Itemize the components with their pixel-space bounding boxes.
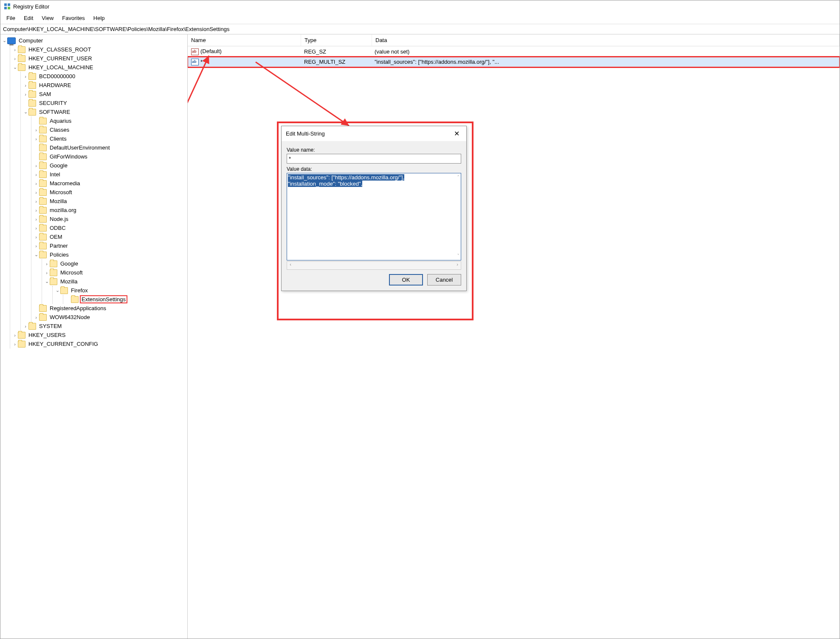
tree-node-policies[interactable]: ⌄Policies›Google›Microsoft⌄Mozilla⌄Firef… [32, 250, 187, 304]
tree-node-hkey-classes-root[interactable]: ›HKEY_CLASSES_ROOT [11, 45, 187, 54]
tree-node-sam[interactable]: ›SAM [22, 90, 187, 99]
menu-favorites[interactable]: Favorites [58, 13, 89, 23]
expand-icon[interactable]: › [12, 47, 18, 52]
col-header-data[interactable]: Data [372, 34, 840, 46]
tree-node-mozilla[interactable]: ›Mozilla [32, 197, 187, 206]
folder-icon [39, 189, 47, 196]
tree-node-computer[interactable]: ⌄Computer›HKEY_CLASSES_ROOT›HKEY_CURRENT… [0, 36, 187, 348]
tree-node-mozilla-org[interactable]: ›mozilla.org [32, 206, 187, 215]
menu-edit[interactable]: Edit [20, 13, 37, 23]
folder-icon [28, 100, 36, 107]
expand-icon[interactable]: ⌄ [33, 252, 39, 257]
expand-icon[interactable]: › [12, 333, 18, 338]
menu-view[interactable]: View [37, 13, 58, 23]
folder-icon [39, 216, 47, 223]
tree-node-microsoft[interactable]: ›Microsoft [32, 188, 187, 197]
list-row[interactable]: *REG_MULTI_SZ"install_sources": ["https:… [188, 57, 840, 68]
expand-icon[interactable]: › [33, 190, 39, 195]
list-row[interactable]: (Default)REG_SZ(value not set) [188, 46, 840, 57]
expand-icon[interactable]: › [33, 243, 39, 249]
expand-icon[interactable]: › [33, 199, 39, 204]
tree-node-extensionsettings[interactable]: ExtensionSettings [64, 295, 187, 304]
expand-icon[interactable]: › [33, 172, 39, 177]
address-bar[interactable]: Computer\HKEY_LOCAL_MACHINE\SOFTWARE\Pol… [0, 24, 840, 34]
expand-icon[interactable]: ⌄ [44, 279, 50, 284]
tree-node-macromedia[interactable]: ›Macromedia [32, 179, 187, 188]
expand-icon[interactable]: › [23, 74, 28, 79]
menu-file[interactable]: File [2, 13, 20, 23]
expand-icon[interactable]: › [33, 217, 39, 222]
cancel-button[interactable]: Cancel [427, 274, 461, 286]
folder-icon [39, 225, 47, 232]
tree-node-mozilla[interactable]: ⌄Mozilla⌄FirefoxExtensionSettings [43, 277, 187, 304]
tree-node-node-js[interactable]: ›Node.js [32, 215, 187, 223]
tree-node-intel[interactable]: ›Intel [32, 170, 187, 179]
tree-node-software[interactable]: ⌄SOFTWAREAquarius›Classes›ClientsDefault… [22, 107, 187, 322]
scroll-down-icon[interactable]: ˅ [457, 253, 460, 259]
scroll-left-icon[interactable]: ‹ [287, 262, 294, 269]
expand-icon[interactable]: › [44, 270, 50, 275]
tree-node-google[interactable]: ›Google [32, 161, 187, 170]
tree-node-classes[interactable]: ›Classes [32, 125, 187, 134]
tree-node-registeredapplications[interactable]: RegisteredApplications [32, 304, 187, 313]
expand-icon[interactable]: › [33, 181, 39, 186]
tree-node-hkey-users[interactable]: ›HKEY_USERS [11, 331, 187, 339]
expand-icon[interactable]: › [33, 208, 39, 213]
tree-node-aquarius[interactable]: Aquarius [32, 116, 187, 125]
expand-icon[interactable]: › [33, 315, 39, 320]
expand-icon[interactable]: ⌄ [54, 288, 60, 293]
menu-help[interactable]: Help [89, 13, 109, 23]
expand-icon[interactable]: ⌄ [12, 65, 18, 70]
ok-button[interactable]: OK [389, 274, 423, 286]
value-data-textarea[interactable]: "install_sources": ["https://addons.mozi… [287, 173, 461, 260]
tree-node-hkey-current-config[interactable]: ›HKEY_CURRENT_CONFIG [11, 339, 187, 348]
tree-pane[interactable]: ⌄Computer›HKEY_CLASSES_ROOT›HKEY_CURRENT… [0, 34, 188, 639]
tree-node-google[interactable]: ›Google [43, 259, 187, 268]
expand-icon[interactable]: › [33, 127, 39, 133]
tree-node-label: Microsoft [48, 189, 73, 196]
tree-node-odbc[interactable]: ›ODBC [32, 223, 187, 232]
expand-icon[interactable]: › [44, 261, 50, 266]
tree-node-label: SECURITY [38, 99, 68, 107]
tree-node-hardware[interactable]: ›HARDWARE [22, 81, 187, 90]
col-header-name[interactable]: Name [188, 34, 301, 46]
folder-icon [28, 82, 36, 89]
expand-icon[interactable]: ⌄ [23, 109, 28, 115]
expand-icon[interactable]: › [33, 235, 39, 240]
tree-node-system[interactable]: ›SYSTEM [22, 322, 187, 331]
expand-icon[interactable]: ⌄ [1, 38, 7, 43]
expand-icon[interactable]: › [23, 83, 28, 88]
tree-node-wow6432node[interactable]: ›WOW6432Node [32, 313, 187, 322]
expand-icon[interactable]: › [33, 163, 39, 168]
scroll-up-icon[interactable]: ˄ [457, 174, 460, 181]
expand-icon[interactable]: › [12, 56, 18, 61]
expand-icon[interactable]: › [33, 136, 39, 141]
expand-icon[interactable]: › [12, 342, 18, 347]
tree-node-bcd00000000[interactable]: ›BCD00000000 [22, 72, 187, 81]
list-pane[interactable]: Name Type Data (Default)REG_SZ(value not… [188, 34, 840, 639]
tree-node-firefox[interactable]: ⌄FirefoxExtensionSettings [54, 286, 187, 304]
tree-node-microsoft[interactable]: ›Microsoft [43, 268, 187, 277]
value-name-input[interactable] [287, 154, 461, 164]
expand-icon[interactable]: › [33, 226, 39, 231]
cell-name: * [188, 58, 301, 67]
expand-icon[interactable]: › [23, 92, 28, 97]
horizontal-scrollbar[interactable]: ‹› [287, 261, 461, 270]
tree-node-defaultuserenvironment[interactable]: DefaultUserEnvironment [32, 143, 187, 152]
reg-sz-icon [191, 48, 199, 55]
tree-node-hkey-local-machine[interactable]: ⌄HKEY_LOCAL_MACHINE›BCD00000000›HARDWARE… [11, 63, 187, 331]
close-icon[interactable]: ✕ [451, 130, 462, 138]
tree-node-gitforwindows[interactable]: GitForWindows [32, 152, 187, 161]
tree-node-label: SYSTEM [38, 322, 63, 330]
expand-icon[interactable]: › [23, 324, 28, 329]
tree-node-partner[interactable]: ›Partner [32, 241, 187, 250]
tree-node-security[interactable]: SECURITY [22, 99, 187, 107]
col-header-type[interactable]: Type [301, 34, 372, 46]
tree-node-hkey-current-user[interactable]: ›HKEY_CURRENT_USER [11, 54, 187, 63]
tree-node-label: Policies [48, 251, 70, 258]
tree-node-oem[interactable]: ›OEM [32, 232, 187, 241]
scroll-right-icon[interactable]: › [454, 262, 461, 269]
tree-node-clients[interactable]: ›Clients [32, 134, 187, 143]
folder-icon [18, 55, 25, 62]
cell-type: REG_SZ [301, 48, 371, 56]
